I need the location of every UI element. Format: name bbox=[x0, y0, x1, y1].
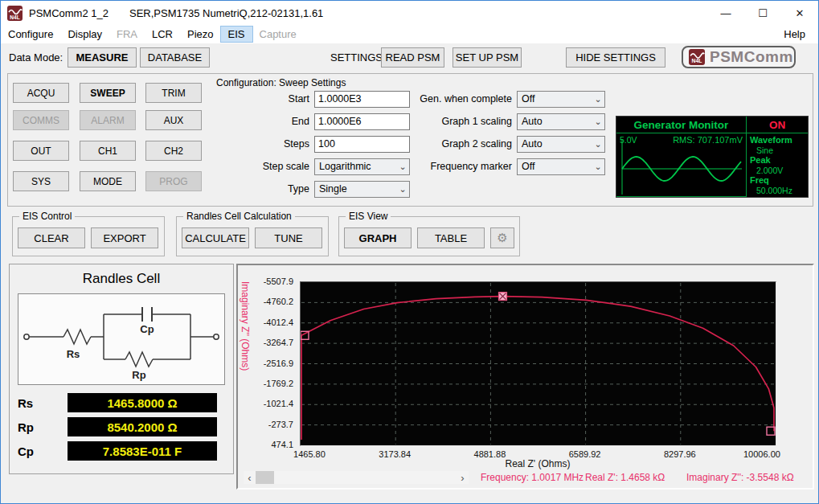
gen-when-complete-select[interactable]: Off⌄ bbox=[517, 91, 605, 108]
scroll-right-icon[interactable]: › bbox=[457, 471, 469, 484]
hide-settings-button[interactable]: HIDE SETTINGS bbox=[566, 47, 665, 68]
start-input[interactable] bbox=[314, 91, 410, 108]
gear-icon[interactable]: ⚙ bbox=[490, 227, 514, 248]
graph-2-scaling-select[interactable]: Auto⌄ bbox=[517, 136, 605, 153]
trim-button[interactable]: TRIM bbox=[145, 83, 202, 103]
acqu-button[interactable]: ACQU bbox=[13, 83, 69, 103]
x-tick-label: 10006.00 bbox=[743, 449, 780, 459]
generator-monitor: Generator Monitor ON 5.0V RMS: 707.107mV… bbox=[616, 116, 809, 198]
frequency-marker-value: Off bbox=[518, 161, 592, 172]
scrollbar-track[interactable] bbox=[274, 471, 457, 484]
end-input[interactable] bbox=[314, 113, 410, 130]
y-tick-label: -1769.2 bbox=[237, 379, 293, 388]
menu-capture[interactable]: Capture bbox=[252, 27, 304, 42]
rp-label: Rp bbox=[18, 420, 68, 434]
database-button[interactable]: DATABASE bbox=[140, 47, 210, 68]
peak-value: 2.000V bbox=[750, 166, 808, 176]
eis-view-group: EIS ViewGRAPHTABLE⚙ bbox=[338, 216, 520, 256]
out-button[interactable]: OUT bbox=[13, 141, 69, 161]
svg-text:N4L: N4L bbox=[692, 58, 702, 64]
sys-button[interactable]: SYS bbox=[13, 171, 69, 191]
plot-area[interactable] bbox=[300, 281, 776, 446]
rs-value: 1465.8000 Ω bbox=[68, 393, 217, 412]
menu-display[interactable]: Display bbox=[60, 27, 109, 42]
end-label: End bbox=[219, 116, 309, 127]
toolbar: Data Mode: MEASURE DATABASE SETTINGS: RE… bbox=[1, 43, 818, 72]
real-z-readout: Real Z': 1.4658 kΩ bbox=[585, 472, 665, 483]
menu-eis[interactable]: EIS bbox=[221, 27, 252, 42]
impedance-curve bbox=[301, 297, 774, 440]
randles-cell-calculation-legend: Randles Cell Calculation bbox=[183, 211, 295, 222]
horizontal-scrollbar[interactable]: ‹ › bbox=[244, 471, 469, 484]
rs-row: Rs1465.8000 Ω bbox=[18, 393, 217, 412]
tune-button[interactable]: TUNE bbox=[255, 227, 322, 248]
generator-on-badge: ON bbox=[747, 117, 808, 133]
x-tick-label: 8297.96 bbox=[664, 449, 696, 459]
freq-label: Freq bbox=[750, 175, 808, 186]
menu-configure[interactable]: Configure bbox=[1, 27, 60, 42]
menu-help[interactable]: Help bbox=[777, 27, 812, 42]
cp-value: 7.8583E-011 F bbox=[68, 441, 217, 461]
table-button[interactable]: TABLE bbox=[417, 227, 485, 248]
graph-1-scaling-value: Auto bbox=[518, 116, 592, 127]
chevron-down-icon: ⌄ bbox=[396, 184, 409, 195]
waveform-label: Waveform bbox=[750, 135, 808, 145]
x-axis-label: Real Z' (Ohms) bbox=[506, 458, 571, 469]
steps-label: Steps bbox=[219, 138, 309, 150]
read-psm-button[interactable]: READ PSM bbox=[381, 47, 444, 68]
nyquist-graph-panel: Imaginary Z'' (Ohms) Real Z' (Ohms) Freq… bbox=[236, 264, 814, 490]
y-tick-label: -3264.7 bbox=[237, 338, 293, 347]
comms-button: COMMS bbox=[13, 110, 69, 130]
app-icon: N4L bbox=[7, 6, 23, 21]
generator-scope: 5.0V RMS: 707.107mV bbox=[616, 133, 747, 197]
circuit-rs-label: Rs bbox=[67, 348, 80, 360]
gen-when-complete-value: Off bbox=[518, 93, 592, 104]
x-tick-label: 4881.88 bbox=[474, 449, 506, 459]
y-tick-label: -5507.9 bbox=[237, 277, 293, 286]
steps-input[interactable] bbox=[314, 136, 410, 153]
generator-title: Generator Monitor bbox=[616, 117, 747, 133]
n4l-logo-icon: N4L bbox=[689, 49, 705, 65]
set-up-psm-button[interactable]: SET UP PSM bbox=[452, 47, 522, 68]
app-window: N4L PSMComm2 1_2 SER,PSM1735 NumetriQ,21… bbox=[0, 0, 819, 504]
graph-1-scaling-select[interactable]: Auto⌄ bbox=[517, 113, 605, 130]
step-scale-label: Step scale bbox=[219, 161, 309, 172]
menu-lcr[interactable]: LCR bbox=[145, 27, 180, 42]
rp-value: 8540.2000 Ω bbox=[68, 417, 217, 436]
export-button[interactable]: EXPORT bbox=[91, 227, 158, 248]
menu-bar: ConfigureDisplayFRALCRPiezoEISCapture He… bbox=[1, 25, 818, 43]
minimize-icon[interactable]: — bbox=[707, 1, 744, 25]
settings-label: SETTINGS: bbox=[330, 51, 386, 64]
imaginary-z-readout: Imaginary Z'': -3.5548 kΩ bbox=[686, 472, 794, 483]
prog-button: PROG bbox=[145, 171, 202, 191]
title-bar: N4L PSMComm2 1_2 SER,PSM1735 NumetriQ,21… bbox=[1, 1, 818, 25]
type-label: Type bbox=[219, 183, 309, 195]
frequency-marker-select[interactable]: Off⌄ bbox=[517, 158, 605, 175]
maximize-icon[interactable]: ☐ bbox=[744, 1, 781, 25]
step-scale-value: Logarithmic bbox=[315, 161, 396, 172]
menu-piezo[interactable]: Piezo bbox=[180, 27, 221, 42]
aux-button[interactable]: AUX bbox=[145, 110, 202, 130]
step-scale-select[interactable]: Logarithmic⌄ bbox=[314, 158, 410, 175]
generator-readouts: Waveform Sine Peak 2.000V Freq 50.000Hz bbox=[747, 133, 808, 197]
chevron-down-icon: ⌄ bbox=[592, 117, 604, 127]
sweep-button[interactable]: SWEEP bbox=[80, 83, 136, 103]
chevron-down-icon: ⌄ bbox=[396, 162, 409, 172]
scroll-left-icon[interactable]: ‹ bbox=[244, 471, 256, 484]
x-tick-label: 6589.92 bbox=[569, 449, 601, 459]
scrollbar-thumb[interactable] bbox=[256, 471, 274, 484]
ch2-button[interactable]: CH2 bbox=[145, 141, 202, 161]
measure-button[interactable]: MEASURE bbox=[68, 47, 137, 68]
randles-cell-panel: Randles Cell Rs bbox=[9, 264, 234, 474]
graph-button[interactable]: GRAPH bbox=[344, 227, 412, 248]
close-icon[interactable]: ✕ bbox=[781, 1, 818, 25]
rp-row: Rp8540.2000 Ω bbox=[18, 417, 217, 436]
ch1-button[interactable]: CH1 bbox=[80, 141, 136, 161]
graph-1-scaling-label: Graph 1 scaling bbox=[417, 116, 512, 127]
type-select[interactable]: Single⌄ bbox=[314, 181, 410, 198]
mode-button[interactable]: MODE bbox=[80, 171, 136, 191]
clear-button[interactable]: CLEAR bbox=[18, 227, 85, 248]
calculate-button[interactable]: CALCULATE bbox=[182, 227, 249, 248]
circuit-rp-label: Rp bbox=[132, 369, 145, 381]
menu-fra[interactable]: FRA bbox=[109, 27, 145, 42]
